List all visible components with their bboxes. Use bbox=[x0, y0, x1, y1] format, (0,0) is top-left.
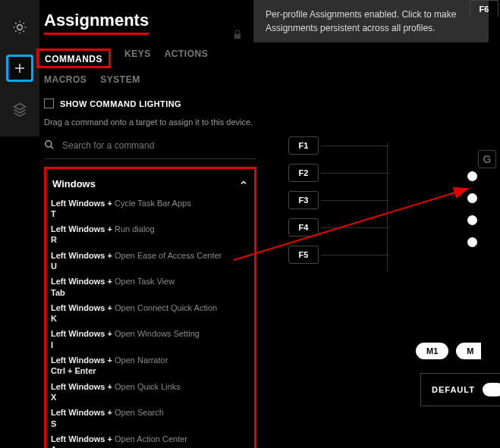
group-name: Windows bbox=[52, 178, 96, 190]
command-key: Left Windows + X bbox=[51, 381, 115, 403]
brightness-icon[interactable] bbox=[6, 14, 33, 41]
m-buttons: M1 M bbox=[416, 343, 481, 359]
search-input[interactable] bbox=[62, 140, 256, 151]
command-key: Left Windows + I bbox=[51, 328, 115, 350]
tab-keys[interactable]: KEYS bbox=[124, 49, 151, 68]
command-desc: Open Task View bbox=[115, 276, 250, 298]
assignments-panel: Assignments COMMANDS KEYS ACTIONS MACROS… bbox=[44, 11, 256, 448]
svg-point-1 bbox=[46, 140, 52, 146]
command-row[interactable]: Left Windows + RRun dialog bbox=[51, 221, 250, 248]
command-desc: Open Windows Setting bbox=[115, 328, 250, 350]
show-lighting-label: SHOW COMMAND LIGHTING bbox=[60, 99, 181, 108]
command-key: Left Windows + S bbox=[51, 407, 115, 429]
command-desc: Open Connect Quick Action bbox=[115, 302, 250, 324]
command-desc: Open Search bbox=[115, 407, 250, 429]
f5-key[interactable]: F5 bbox=[288, 246, 319, 264]
command-row[interactable]: Left Windows + TCycle Task Bar Apps bbox=[51, 196, 250, 222]
command-key: Left Windows + Tab bbox=[51, 276, 115, 298]
checkbox-unchecked[interactable] bbox=[44, 99, 54, 108]
f6-key[interactable]: F6 bbox=[470, 0, 498, 17]
indicator-dot bbox=[467, 237, 477, 247]
f4-key[interactable]: F4 bbox=[288, 218, 319, 237]
tab-actions[interactable]: ACTIONS bbox=[165, 49, 209, 68]
command-key: Left Windows + Ctrl + Enter bbox=[51, 355, 115, 377]
command-row[interactable]: Left Windows + KOpen Connect Quick Actio… bbox=[51, 300, 250, 327]
annotation-arrow bbox=[228, 178, 486, 269]
svg-point-0 bbox=[17, 25, 23, 30]
tabs-row-2: MACROS SYSTEM bbox=[44, 74, 256, 85]
profile-tooltip: Per-profile Assignments enabled. Click t… bbox=[253, 0, 489, 42]
f1-key[interactable]: F1 bbox=[288, 136, 319, 155]
m1-button[interactable]: M1 bbox=[416, 343, 448, 359]
m-button[interactable]: M bbox=[456, 343, 481, 359]
lock-icon[interactable] bbox=[232, 29, 243, 43]
commands-highlight: COMMANDS bbox=[36, 49, 111, 68]
default-toggle[interactable] bbox=[483, 383, 500, 396]
drag-hint: Drag a command onto a target to assign i… bbox=[44, 116, 256, 129]
tab-commands[interactable]: COMMANDS bbox=[45, 54, 102, 64]
page-title: Assignments bbox=[44, 11, 149, 35]
tab-macros[interactable]: MACROS bbox=[44, 74, 86, 85]
command-desc: Open Action Center bbox=[115, 434, 250, 448]
indicator-dots bbox=[467, 171, 477, 247]
tab-system[interactable]: SYSTEM bbox=[100, 74, 140, 85]
keyboard-fkeys: F1F2F3F4F5 bbox=[288, 136, 319, 273]
layers-icon[interactable] bbox=[6, 96, 33, 123]
show-lighting-row[interactable]: SHOW COMMAND LIGHTING bbox=[44, 99, 256, 108]
command-desc: Run dialog bbox=[115, 224, 250, 246]
default-label: DEFAULT bbox=[432, 385, 475, 394]
indicator-dot bbox=[467, 215, 477, 225]
connector-line bbox=[387, 143, 388, 271]
command-key: Left Windows + T bbox=[51, 198, 115, 220]
commands-list: Windows Left Windows + TCycle Task Bar A… bbox=[44, 167, 256, 449]
command-row[interactable]: Left Windows + TabOpen Task View bbox=[51, 274, 250, 300]
f3-key[interactable]: F3 bbox=[288, 191, 319, 209]
tabs-row-1: COMMANDS KEYS ACTIONS bbox=[44, 49, 256, 68]
command-row[interactable]: Left Windows + IOpen Windows Setting bbox=[51, 326, 250, 352]
left-rail bbox=[0, 0, 39, 136]
command-desc: Open Quick Links bbox=[115, 381, 250, 403]
command-desc: Open Narrator bbox=[115, 355, 250, 377]
group-header-windows[interactable]: Windows bbox=[51, 175, 250, 196]
search-icon bbox=[44, 139, 55, 152]
command-row[interactable]: Left Windows + XOpen Quick Links bbox=[51, 379, 250, 406]
command-key: Left Windows + R bbox=[51, 224, 115, 246]
command-key: Left Windows + U bbox=[51, 250, 115, 272]
default-profile-box[interactable]: DEFAULT bbox=[420, 373, 500, 406]
indicator-dot bbox=[467, 193, 477, 203]
command-desc: Open Ease of Access Center bbox=[115, 250, 250, 272]
command-key: Left Windows + A bbox=[51, 434, 115, 448]
logitech-g-logo: G bbox=[478, 150, 496, 168]
search-row bbox=[44, 139, 256, 159]
command-key: Left Windows + K bbox=[51, 302, 115, 324]
command-desc: Cycle Task Bar Apps bbox=[115, 198, 250, 220]
command-row[interactable]: Left Windows + UOpen Ease of Access Cent… bbox=[51, 248, 250, 274]
f2-key[interactable]: F2 bbox=[288, 164, 319, 182]
command-row[interactable]: Left Windows + SOpen Search bbox=[51, 405, 250, 431]
chevron-up-icon bbox=[239, 178, 248, 190]
command-row[interactable]: Left Windows + Ctrl + EnterOpen Narrator bbox=[51, 352, 250, 379]
add-assignment-button[interactable] bbox=[6, 55, 33, 82]
command-row[interactable]: Left Windows + AOpen Action Center bbox=[51, 431, 250, 448]
indicator-dot bbox=[467, 171, 477, 181]
